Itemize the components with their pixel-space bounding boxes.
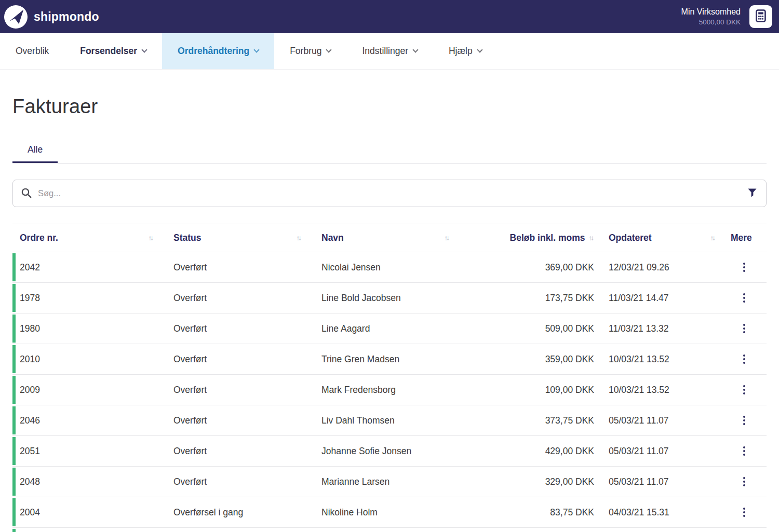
brand-name[interactable]: shipmondo	[34, 10, 99, 24]
tab-label: Alle	[28, 144, 43, 155]
cell-more	[722, 290, 767, 306]
cell-more	[722, 474, 767, 489]
nav-item-indstillinger[interactable]: Indstillinger	[346, 33, 433, 69]
sort-icon: ↑↓	[149, 234, 154, 242]
sort-icon: ↑↓	[297, 234, 302, 242]
sort-icon: ↑↓	[445, 234, 450, 242]
cell-name: Line Bold Jacobsen	[314, 293, 462, 304]
cell-name: Mark Fredensborg	[314, 385, 462, 395]
more-options-icon[interactable]	[739, 290, 749, 306]
cell-name: Trine Gren Madsen	[314, 354, 462, 365]
chevron-down-icon	[477, 47, 482, 52]
content: Fakturaer Alle Ordre nr.↑↓Status↑↓Navn↑↓…	[0, 96, 779, 532]
column-header-label: Mere	[731, 233, 752, 243]
cell-updated: 11/03/21 14.47	[597, 293, 722, 304]
column-header-label: Ordre nr.	[20, 233, 58, 243]
cell-name: Liv Dahl Thomsen	[314, 415, 462, 426]
nav-item-label: Forsendelser	[80, 46, 137, 57]
table-row[interactable]: 1978OverførtLine Bold Jacobsen173,75 DKK…	[12, 283, 767, 313]
cell-amount: 373,75 DKK	[462, 415, 597, 426]
more-options-icon[interactable]	[739, 382, 749, 398]
cell-more	[722, 321, 767, 336]
nav-item-label: Indstillinger	[362, 46, 408, 57]
cell-order-no: 2048	[12, 476, 166, 487]
account-balance: 5000,00 DKK	[681, 19, 741, 26]
table-body: 2042OverførtNicolai Jensen369,00 DKK12/0…	[12, 252, 767, 528]
table-row[interactable]: 2042OverførtNicolai Jensen369,00 DKK12/0…	[12, 252, 767, 283]
column-header-opdateret[interactable]: Opdateret↑↓	[597, 233, 722, 243]
cell-amount: 173,75 DKK	[462, 293, 597, 304]
cell-more	[722, 413, 767, 428]
cell-amount: 329,00 DKK	[462, 476, 597, 487]
cell-name: Nicolai Jensen	[314, 262, 462, 273]
nav-item-label: Hjælp	[449, 46, 473, 57]
cell-status: Overført	[166, 385, 314, 395]
search-input[interactable]	[12, 180, 767, 207]
cell-order-no: 2009	[12, 385, 166, 395]
column-header-label: Opdateret	[609, 233, 652, 243]
column-header-navn[interactable]: Navn↑↓	[314, 233, 462, 243]
filter-icon[interactable]	[748, 188, 757, 200]
page-title: Fakturaer	[12, 96, 767, 118]
column-header-label: Navn	[321, 233, 344, 243]
table-row[interactable]: 2051OverførtJohanne Sofie Jonsen429,00 D…	[12, 436, 767, 467]
balance-widget-button[interactable]	[749, 5, 772, 28]
nav-item-forbrug[interactable]: Forbrug	[274, 33, 346, 69]
table-row[interactable]: 2010OverførtTrine Gren Madsen359,00 DKK1…	[12, 344, 767, 375]
chevron-down-icon	[254, 47, 260, 52]
table-row[interactable]: 2048OverførtMarianne Larsen329,00 DKK05/…	[12, 467, 767, 497]
cell-amount: 369,00 DKK	[462, 262, 597, 273]
column-header-ordre-nr[interactable]: Ordre nr.↑↓	[12, 233, 166, 243]
cell-order-no: 2010	[12, 354, 166, 365]
cell-more	[722, 443, 767, 459]
cell-order-no: 2051	[12, 446, 166, 457]
cell-amount: 429,00 DKK	[462, 446, 597, 457]
nav-item-overblik[interactable]: Overblik	[0, 33, 64, 69]
cell-order-no: 1978	[12, 293, 166, 304]
cell-order-no: 2046	[12, 415, 166, 426]
table-row[interactable]: 2009OverførtMark Fredensborg109,00 DKK10…	[12, 375, 767, 405]
cell-status: Overført	[166, 415, 314, 426]
more-options-icon[interactable]	[739, 413, 749, 428]
cell-name: Marianne Larsen	[314, 476, 462, 487]
cell-order-no: 1980	[12, 323, 166, 334]
main-nav: OverblikForsendelserOrdrehåndteringForbr…	[0, 33, 779, 70]
more-options-icon[interactable]	[739, 321, 749, 336]
nav-item-hj-lp[interactable]: Hjælp	[433, 33, 498, 69]
cell-more	[722, 351, 767, 367]
tabs: Alle	[12, 137, 767, 163]
cell-name: Johanne Sofie Jonsen	[314, 446, 462, 457]
cell-status: Overført	[166, 476, 314, 487]
table-row[interactable]: 2046OverførtLiv Dahl Thomsen373,75 DKK05…	[12, 405, 767, 436]
cell-amount: 109,00 DKK	[462, 385, 597, 395]
table-row[interactable]: 2004Overførsel i gangNikoline Holm83,75 …	[12, 497, 767, 528]
column-header-status[interactable]: Status↑↓	[166, 233, 314, 243]
calculator-icon	[756, 9, 766, 24]
sort-icon: ↑↓	[710, 234, 716, 242]
more-options-icon[interactable]	[739, 443, 749, 459]
cell-updated: 11/03/21 13.32	[597, 323, 722, 334]
tab-alle[interactable]: Alle	[12, 137, 58, 163]
cell-updated: 05/03/21 11.07	[597, 446, 722, 457]
cell-amount: 83,75 DKK	[462, 507, 597, 518]
chevron-down-icon	[412, 47, 418, 52]
column-header-label: Status	[173, 233, 201, 243]
column-header-mere: Mere	[722, 233, 767, 243]
account-info[interactable]: Min Virksomhed 5000,00 DKK	[681, 8, 741, 26]
table-row[interactable]: 1980OverførtLine Aagard509,00 DKK11/03/2…	[12, 313, 767, 344]
more-options-icon[interactable]	[739, 351, 749, 367]
cell-status: Overført	[166, 354, 314, 365]
account-name: Min Virksomhed	[681, 8, 741, 16]
nav-item-ordreh-ndtering[interactable]: Ordrehåndtering	[162, 33, 274, 69]
cell-updated: 10/03/21 13.52	[597, 354, 722, 365]
cell-status: Overført	[166, 446, 314, 457]
nav-item-forsendelser[interactable]: Forsendelser	[64, 33, 162, 69]
column-header-bel-b-inkl-moms[interactable]: Beløb inkl. moms↑↓	[462, 233, 597, 243]
shipmondo-logo-icon[interactable]	[4, 5, 28, 29]
cell-more	[722, 260, 767, 275]
column-header-label: Beløb inkl. moms	[510, 233, 585, 243]
cell-name: Nikoline Holm	[314, 507, 462, 518]
more-options-icon[interactable]	[739, 504, 749, 520]
more-options-icon[interactable]	[739, 260, 749, 275]
more-options-icon[interactable]	[739, 474, 749, 489]
